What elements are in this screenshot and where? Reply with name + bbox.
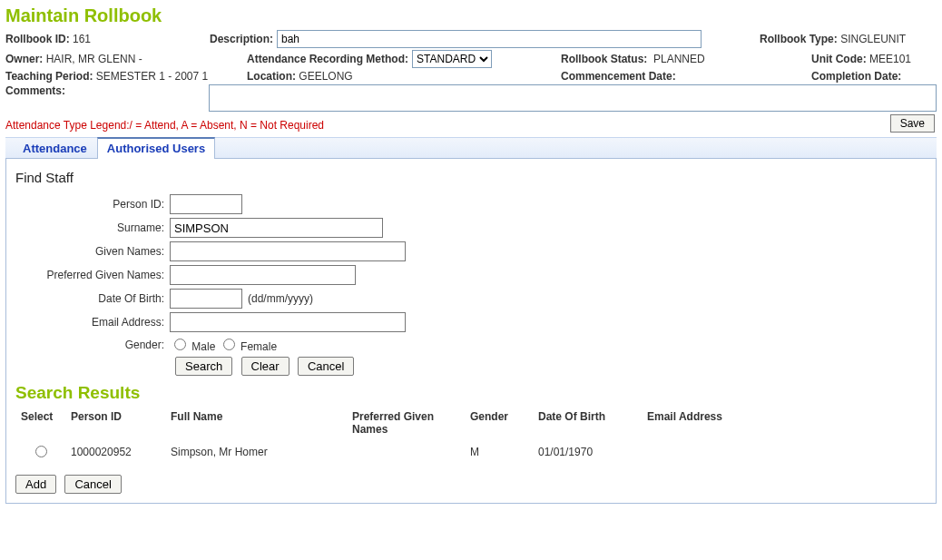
attendance-legend: Attendance Type Legend:/ = Attend, A = A… xyxy=(5,119,937,132)
gender-male-label: Male xyxy=(191,340,215,353)
select-radio[interactable] xyxy=(35,446,47,457)
rollbook-id-label: Rollbook ID: xyxy=(5,33,70,45)
cell-gender: M xyxy=(465,439,533,464)
page-title: Maintain Rollbook xyxy=(5,5,937,26)
att-method-label: Attendance Recording Method: xyxy=(247,53,408,65)
cell-full-name: Simpson, Mr Homer xyxy=(165,439,347,464)
dob-hint: (dd/mm/yyyy) xyxy=(248,292,313,305)
search-button[interactable]: Search xyxy=(175,357,232,376)
description-input[interactable] xyxy=(277,30,702,48)
rollbook-type-label: Rollbook Type: xyxy=(760,33,838,45)
tab-authorised-users[interactable]: Authorised Users xyxy=(97,137,215,159)
rollbook-id-value: 161 xyxy=(73,33,91,45)
location-label: Location: xyxy=(247,70,296,83)
email-label: Email Address: xyxy=(15,316,170,329)
rollbook-status-label: Rollbook Status: xyxy=(561,53,647,65)
gender-female-radio[interactable] xyxy=(223,339,235,350)
pref-given-names-input[interactable] xyxy=(170,265,356,285)
find-staff-heading: Find Staff xyxy=(15,170,927,185)
gender-female-label: Female xyxy=(240,340,277,353)
surname-input[interactable] xyxy=(170,218,383,238)
completion-label: Completion Date: xyxy=(811,70,901,83)
cell-email xyxy=(642,439,908,464)
unit-code-value: MEE101 xyxy=(869,53,911,65)
given-names-input[interactable] xyxy=(170,241,406,261)
col-pref-given: Preferred Given Names xyxy=(347,407,465,439)
comments-label: Comments: xyxy=(5,84,65,97)
col-full-name: Full Name xyxy=(165,407,347,439)
col-gender: Gender xyxy=(465,407,533,439)
tab-bar: Attendance Authorised Users xyxy=(5,137,937,159)
dob-input[interactable] xyxy=(170,289,242,309)
rollbook-type-value: SINGLEUNIT xyxy=(840,33,906,45)
person-id-label: Person ID: xyxy=(15,198,170,211)
teaching-period-label: Teaching Period: xyxy=(5,70,93,83)
owner-value: HAIR, MR GLENN - xyxy=(46,53,142,65)
att-method-select[interactable]: STANDARD xyxy=(412,50,492,68)
comments-textarea[interactable] xyxy=(209,84,937,112)
add-button[interactable]: Add xyxy=(15,475,56,494)
tab-attendance[interactable]: Attendance xyxy=(13,138,97,159)
table-row: 1000020952Simpson, Mr HomerM01/01/1970 xyxy=(15,439,908,464)
cancel-button-bottom[interactable]: Cancel xyxy=(64,475,121,494)
save-button[interactable]: Save xyxy=(890,114,935,133)
description-label: Description: xyxy=(210,33,273,45)
dob-label: Date Of Birth: xyxy=(15,292,170,305)
cell-pref-given xyxy=(347,439,465,464)
gender-label: Gender: xyxy=(15,339,170,351)
col-dob: Date Of Birth xyxy=(533,407,642,439)
cell-person-id: 1000020952 xyxy=(65,439,165,464)
teaching-period-value: SEMESTER 1 - 2007 1 xyxy=(96,70,208,83)
gender-male-radio[interactable] xyxy=(174,339,186,350)
given-names-label: Given Names: xyxy=(15,245,170,258)
pref-given-names-label: Preferred Given Names: xyxy=(15,269,170,281)
gender-male-option[interactable]: Male xyxy=(170,336,215,353)
search-results-heading: Search Results xyxy=(15,383,927,403)
cell-dob: 01/01/1970 xyxy=(533,439,642,464)
location-value: GEELONG xyxy=(299,70,352,83)
col-email: Email Address xyxy=(642,407,908,439)
rollbook-status-value: PLANNED xyxy=(653,53,705,65)
person-id-input[interactable] xyxy=(170,194,242,214)
email-input[interactable] xyxy=(170,312,406,332)
surname-label: Surname: xyxy=(15,221,170,234)
col-person-id: Person ID xyxy=(65,407,165,439)
results-table: Select Person ID Full Name Preferred Giv… xyxy=(15,407,908,464)
gender-female-option[interactable]: Female xyxy=(219,336,277,353)
col-select: Select xyxy=(15,407,65,439)
commencement-label: Commencement Date: xyxy=(561,70,676,83)
cancel-button[interactable]: Cancel xyxy=(298,357,354,376)
unit-code-label: Unit Code: xyxy=(811,53,867,65)
clear-button[interactable]: Clear xyxy=(241,357,289,376)
owner-label: Owner: xyxy=(5,53,43,65)
